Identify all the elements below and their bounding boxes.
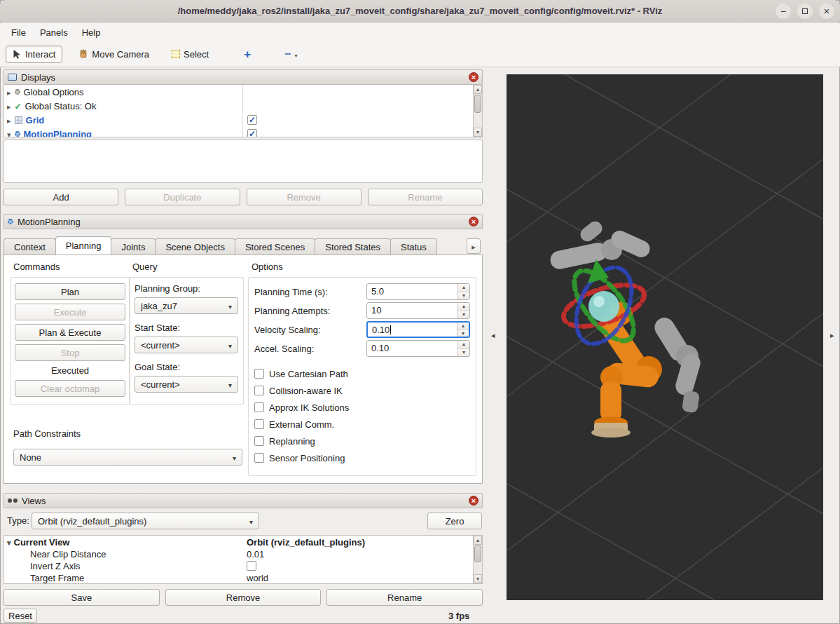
spin-down-icon[interactable] bbox=[458, 292, 469, 300]
tab-stored-scenes[interactable]: Stored Scenes bbox=[235, 238, 315, 255]
rename-view-button[interactable]: Rename bbox=[326, 589, 483, 606]
move-camera-hand-icon bbox=[78, 49, 88, 59]
views-title: Views bbox=[22, 496, 464, 506]
interact-tool-button[interactable]: Interact bbox=[6, 46, 62, 63]
displays-scrollbar[interactable] bbox=[473, 85, 482, 137]
remove-view-button[interactable]: Remove bbox=[165, 589, 322, 606]
scroll-down-icon[interactable] bbox=[474, 128, 482, 137]
spin-up-icon[interactable] bbox=[458, 303, 469, 311]
near-clip-row[interactable]: Near Clip Distance 0.01 bbox=[4, 548, 474, 560]
use-cartesian-path-checkbox[interactable] bbox=[254, 369, 264, 379]
scroll-up-icon[interactable] bbox=[474, 536, 482, 545]
maximize-button[interactable] bbox=[797, 4, 813, 19]
move-camera-tool-button[interactable]: Move Camera bbox=[72, 46, 156, 62]
minimize-button[interactable] bbox=[776, 4, 791, 19]
display-row-global-options[interactable]: Global Options bbox=[4, 85, 474, 99]
menu-file[interactable]: File bbox=[4, 25, 33, 40]
planning-time-spinbox[interactable]: 5.0 bbox=[366, 283, 470, 300]
tab-planning[interactable]: Planning bbox=[55, 236, 112, 255]
tab-stored-states[interactable]: Stored States bbox=[315, 238, 391, 255]
accel-scaling-spinbox[interactable]: 0.10 bbox=[366, 340, 470, 357]
add-tool-button[interactable] bbox=[237, 46, 257, 63]
tab-scroll-right-button[interactable] bbox=[467, 238, 481, 254]
views-close-button[interactable] bbox=[469, 496, 478, 506]
views-scrollbar[interactable] bbox=[473, 536, 482, 583]
spin-down-icon[interactable] bbox=[458, 311, 469, 319]
execute-button[interactable]: Execute bbox=[15, 304, 125, 320]
stop-button[interactable]: Stop bbox=[15, 344, 125, 361]
close-window-button[interactable] bbox=[819, 4, 834, 19]
velocity-scaling-spinbox[interactable]: 0.10 bbox=[366, 321, 470, 338]
invert-z-checkbox[interactable] bbox=[247, 561, 256, 571]
goal-state-select[interactable]: <current> bbox=[135, 376, 238, 393]
spin-up-icon[interactable] bbox=[458, 341, 469, 348]
expand-arrow-icon[interactable] bbox=[7, 115, 11, 126]
tab-joints[interactable]: Joints bbox=[111, 238, 156, 255]
plan-button[interactable]: Plan bbox=[15, 283, 125, 300]
target-frame-row[interactable]: Target Frame world bbox=[4, 572, 474, 584]
motionplanning-icon bbox=[8, 219, 13, 224]
marker-center-sphere[interactable] bbox=[588, 291, 619, 322]
save-view-button[interactable]: Save bbox=[4, 589, 160, 606]
clear-octomap-button[interactable]: Clear octomap bbox=[15, 380, 125, 397]
start-state-select[interactable]: <current> bbox=[135, 337, 238, 353]
render-viewport[interactable] bbox=[507, 74, 823, 600]
plan-and-execute-button[interactable]: Plan & Execute bbox=[15, 324, 125, 341]
target-frame-value[interactable]: world bbox=[247, 573, 268, 583]
collapse-panel-left-icon[interactable]: ◂ bbox=[491, 331, 495, 340]
scroll-down-icon[interactable] bbox=[474, 574, 482, 583]
commands-group: Plan Execute Plan & Execute Stop Execute… bbox=[10, 277, 130, 405]
display-row-motionplanning[interactable]: MotionPlanning bbox=[4, 127, 474, 137]
zero-button[interactable]: Zero bbox=[427, 513, 482, 529]
scrollbar-thumb[interactable] bbox=[474, 545, 481, 562]
tab-scene-objects[interactable]: Scene Objects bbox=[155, 238, 235, 255]
text-caret bbox=[390, 325, 391, 334]
menu-panels[interactable]: Panels bbox=[33, 25, 75, 40]
path-constraints-select[interactable]: None bbox=[13, 449, 242, 466]
displays-title: Displays bbox=[21, 72, 464, 83]
remove-tool-button[interactable] bbox=[278, 46, 303, 62]
collapse-arrow-icon[interactable] bbox=[7, 537, 11, 548]
sensor-positioning-checkbox[interactable] bbox=[254, 453, 264, 463]
replanning-checkbox[interactable] bbox=[254, 436, 264, 446]
planning-group-select[interactable]: jaka_zu7 bbox=[135, 297, 238, 314]
display-row-global-status[interactable]: Global Status: Ok bbox=[4, 99, 474, 113]
spin-down-icon[interactable] bbox=[458, 348, 469, 357]
display-row-grid[interactable]: Grid bbox=[4, 113, 474, 127]
tab-context[interactable]: Context bbox=[4, 238, 56, 255]
menu-help[interactable]: Help bbox=[75, 25, 108, 40]
spin-down-icon[interactable] bbox=[457, 330, 469, 337]
displays-panel-header: Displays bbox=[4, 69, 483, 85]
tab-status[interactable]: Status bbox=[390, 238, 437, 255]
motionplanning-close-button[interactable] bbox=[469, 217, 478, 226]
displays-icon bbox=[8, 74, 17, 81]
approx-ik-solutions-checkbox[interactable] bbox=[254, 402, 264, 412]
expand-arrow-icon[interactable] bbox=[7, 87, 11, 97]
view-type-select[interactable]: Orbit (rviz_default_plugins) bbox=[32, 513, 259, 529]
add-display-button[interactable]: Add bbox=[4, 189, 118, 205]
displays-close-button[interactable] bbox=[469, 72, 478, 82]
external-comm-checkbox[interactable] bbox=[254, 419, 264, 429]
invert-z-row[interactable]: Invert Z Axis bbox=[4, 560, 474, 572]
expand-arrow-icon[interactable] bbox=[7, 129, 11, 138]
remove-display-button[interactable]: Remove bbox=[247, 189, 362, 205]
current-view-label: Current View bbox=[14, 537, 70, 548]
scroll-up-icon[interactable] bbox=[474, 85, 482, 94]
rename-display-button[interactable]: Rename bbox=[368, 189, 483, 205]
collision-aware-ik-checkbox[interactable] bbox=[254, 386, 264, 395]
select-tool-button[interactable]: Select bbox=[165, 46, 215, 62]
collapse-panel-right-icon[interactable]: ▸ bbox=[830, 331, 834, 340]
scrollbar-thumb[interactable] bbox=[474, 95, 481, 113]
reset-button[interactable]: Reset bbox=[4, 609, 37, 623]
spin-up-icon[interactable] bbox=[458, 284, 469, 292]
global-options-icon bbox=[15, 89, 20, 95]
expand-arrow-icon[interactable] bbox=[7, 101, 11, 111]
duplicate-display-button[interactable]: Duplicate bbox=[125, 189, 240, 205]
current-view-row[interactable]: Current View bbox=[4, 537, 69, 548]
grid-enabled-checkbox[interactable] bbox=[247, 115, 257, 125]
spin-up-icon[interactable] bbox=[457, 323, 469, 330]
near-clip-value[interactable]: 0.01 bbox=[247, 549, 264, 559]
chevron-down-icon bbox=[233, 452, 236, 463]
motionplanning-enabled-checkbox[interactable] bbox=[247, 129, 257, 137]
planning-attempts-spinbox[interactable]: 10 bbox=[366, 302, 470, 319]
